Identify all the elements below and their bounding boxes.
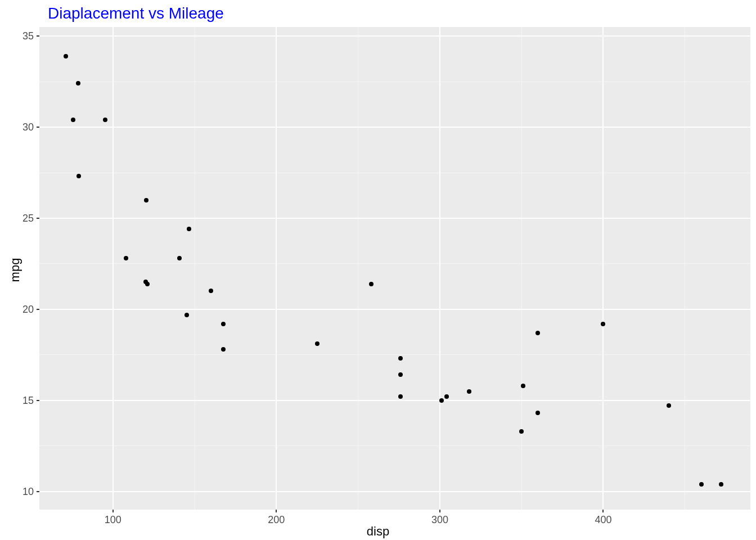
y-tick-label: 10	[22, 485, 34, 497]
y-tick	[37, 218, 39, 219]
data-point	[536, 411, 540, 415]
y-tick-label: 35	[22, 30, 34, 42]
grid-minor-h	[39, 173, 750, 173]
grid-major-v	[439, 27, 440, 510]
grid-major-h	[39, 309, 750, 310]
x-tick-label: 300	[431, 514, 448, 526]
y-tick	[37, 400, 39, 401]
y-tick	[37, 127, 39, 128]
data-point	[467, 389, 471, 394]
data-point	[221, 347, 226, 352]
data-point	[187, 227, 191, 231]
x-tick-label: 200	[268, 514, 285, 526]
grid-minor-v	[358, 27, 358, 510]
grid-minor-h	[39, 263, 750, 264]
data-point	[184, 313, 189, 317]
grid-minor-h	[39, 446, 750, 446]
grid-major-h	[39, 400, 750, 401]
y-tick-label: 15	[22, 394, 34, 406]
data-point	[699, 482, 704, 487]
grid-major-v	[602, 27, 604, 510]
data-point	[444, 394, 449, 399]
data-point	[519, 429, 524, 434]
grid-major-h	[39, 491, 750, 492]
y-tick-label: 20	[22, 303, 34, 315]
data-point	[177, 256, 182, 260]
x-tick	[439, 510, 440, 512]
y-tick-label: 25	[22, 212, 34, 224]
grid-major-h	[39, 127, 750, 128]
y-tick-label: 30	[22, 122, 34, 133]
data-point	[315, 341, 320, 346]
data-point	[719, 482, 723, 487]
x-tick-label: 100	[105, 514, 122, 526]
y-tick	[37, 309, 39, 310]
data-point	[398, 372, 403, 377]
data-point	[209, 289, 213, 293]
data-point	[439, 398, 444, 403]
data-point	[398, 356, 403, 361]
x-tick	[112, 510, 114, 512]
data-point	[601, 322, 605, 326]
data-point	[124, 256, 128, 260]
data-point	[221, 322, 226, 326]
data-point	[103, 118, 107, 122]
x-axis-label: disp	[0, 524, 756, 539]
grid-major-v	[276, 27, 277, 510]
data-point	[521, 384, 525, 388]
chart-title: Diaplacement vs Mileage	[48, 4, 224, 22]
grid-major-h	[39, 218, 750, 219]
data-point	[144, 198, 148, 202]
data-point	[71, 118, 75, 122]
data-point	[536, 331, 540, 335]
grid-major-h	[39, 35, 750, 37]
grid-minor-v	[195, 27, 195, 510]
scatter-chart: Diaplacement vs Mileage mpg disp 1002003…	[0, 0, 756, 540]
data-point	[667, 403, 671, 408]
y-tick	[37, 491, 39, 492]
data-point	[398, 394, 403, 399]
grid-minor-v	[521, 27, 522, 510]
y-axis-label: mpg	[8, 258, 22, 282]
x-tick	[276, 510, 277, 512]
y-tick	[37, 35, 39, 37]
data-point	[76, 174, 81, 178]
x-tick-label: 400	[595, 514, 611, 526]
data-point	[76, 81, 80, 86]
grid-minor-v	[685, 27, 685, 510]
data-point	[369, 282, 374, 286]
grid-major-v	[112, 27, 114, 510]
grid-minor-h	[39, 354, 750, 355]
x-tick	[602, 510, 604, 512]
grid-minor-h	[39, 82, 750, 82]
data-point	[145, 282, 150, 286]
plot-panel	[39, 27, 750, 510]
data-point	[64, 54, 68, 58]
